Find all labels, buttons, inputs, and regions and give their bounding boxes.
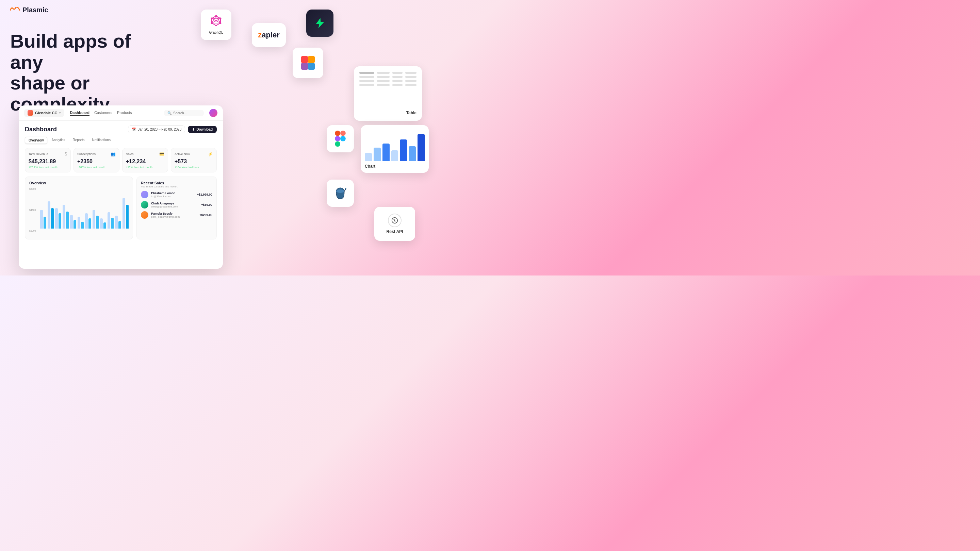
zapier-card: zapier xyxy=(252,23,286,47)
stat-label: Sales xyxy=(126,152,134,156)
dollar-icon: $ xyxy=(65,152,67,156)
date-range-button[interactable]: 📅 Jan 20, 2023 – Feb 09, 2023 xyxy=(128,125,185,133)
graphql-label: GraphQL xyxy=(209,30,223,34)
svg-rect-16 xyxy=(308,63,315,70)
bar xyxy=(73,220,76,229)
calendar-icon: 📅 xyxy=(132,127,136,131)
sales-email: pam_beesly@dmp.com xyxy=(151,215,197,218)
bar-group xyxy=(40,210,46,229)
sales-item: Elizabeth Lemon liz@30rock.com +$1,999.0… xyxy=(141,191,212,198)
svg-rect-14 xyxy=(308,56,315,63)
sales-info: Pamela Beesly pam_beesly@dmp.com xyxy=(151,212,197,218)
table-row xyxy=(360,84,417,86)
chart-bar xyxy=(417,134,425,161)
y-axis: $6000 $4500 $3000 xyxy=(29,188,36,232)
sales-name: Chidi Anagonye xyxy=(151,202,198,205)
sales-name: Elizabeth Lemon xyxy=(151,192,194,195)
nav-link-products[interactable]: Products xyxy=(117,110,132,116)
nav-link-customers[interactable]: Customers xyxy=(94,110,112,116)
chart-bar xyxy=(382,143,390,161)
header: Plasmic xyxy=(10,6,48,14)
bar xyxy=(40,210,43,229)
overview-chart-title: Overview xyxy=(29,181,129,185)
bar xyxy=(85,213,88,229)
postgresql-card xyxy=(327,179,354,207)
bolt-card xyxy=(306,10,334,37)
bar xyxy=(48,202,50,229)
sales-item: Chidi Anagonye chidi@goodplace.com +$39.… xyxy=(141,201,212,208)
bar xyxy=(81,222,84,229)
tab-notifications[interactable]: Notifications xyxy=(89,137,114,144)
table-cell xyxy=(377,76,390,78)
recent-sales-card: Recent Sales You made 52 sales this mont… xyxy=(137,176,217,240)
recent-sales-subtitle: You made 52 sales this month. xyxy=(141,185,212,188)
bar-group xyxy=(115,216,121,229)
graphql-card: GraphQL xyxy=(201,10,231,40)
brand-label: Glendale CC xyxy=(35,111,57,115)
dashboard-card: Glendale CC ▾ Dashboard Customers Produc… xyxy=(19,105,223,269)
avatar[interactable] xyxy=(209,109,218,117)
brand-selector[interactable]: Glendale CC ▾ xyxy=(24,109,64,117)
table-cell xyxy=(377,84,390,86)
rest-api-card: Rest API xyxy=(374,207,415,241)
nav-link-dashboard[interactable]: Dashboard xyxy=(70,110,89,116)
tab-analytics[interactable]: Analytics xyxy=(48,137,68,144)
table-card-label: Table xyxy=(406,111,417,115)
chart-wrapper: $6000 $4500 $3000 xyxy=(29,188,129,232)
table-cell xyxy=(377,80,390,82)
chart-float-card: Chart xyxy=(361,125,429,173)
avatar xyxy=(141,201,148,208)
dashboard-tabs: Overview Analytics Reports Notifications xyxy=(25,137,217,144)
bar xyxy=(115,216,118,229)
search-box[interactable]: 🔍 xyxy=(164,110,204,116)
duplex-icon xyxy=(299,54,317,71)
tab-overview[interactable]: Overview xyxy=(25,137,47,144)
bar-group xyxy=(55,208,61,229)
bar-group xyxy=(48,202,54,229)
search-icon: 🔍 xyxy=(167,111,172,115)
table-cell xyxy=(405,84,417,86)
table-row xyxy=(360,72,417,74)
bar-group xyxy=(100,218,106,229)
table-cell xyxy=(377,72,390,74)
brand-name: Plasmic xyxy=(22,6,48,14)
table-cell xyxy=(360,80,374,82)
table-cell xyxy=(405,76,417,78)
brand-dot xyxy=(27,110,33,116)
activity-icon: ⚡ xyxy=(208,152,213,156)
bar xyxy=(51,208,54,229)
table-row xyxy=(360,80,417,82)
stat-sub: +19% from last month xyxy=(126,166,164,169)
bar xyxy=(55,208,58,229)
stat-card-subscriptions: Subscriptions 👥 +2350 +180% from last mo… xyxy=(73,148,119,172)
download-button[interactable]: ⬇ Download xyxy=(188,126,217,133)
sales-email: liz@30rock.com xyxy=(151,195,194,198)
table-cell xyxy=(392,80,402,82)
stat-label: Subscriptions xyxy=(77,152,95,156)
bar-group xyxy=(92,210,99,229)
stat-sub: +104 since last hour xyxy=(175,166,213,169)
chart-card-label: Chart xyxy=(365,164,375,169)
svg-point-20 xyxy=(340,136,346,141)
table-cell xyxy=(405,80,417,82)
bar xyxy=(100,218,103,229)
stat-card-active: Active Now ⚡ +573 +104 since last hour xyxy=(171,148,217,172)
dashboard-header-row: Dashboard 📅 Jan 20, 2023 – Feb 09, 2023 … xyxy=(25,125,217,133)
svg-rect-13 xyxy=(301,56,308,63)
table-cell xyxy=(392,76,402,78)
stat-value: $45,231.89 xyxy=(29,159,67,165)
avatar xyxy=(141,211,148,219)
recent-sales-title: Recent Sales xyxy=(141,181,212,185)
bar-group xyxy=(78,217,84,229)
sales-email: chidi@goodplace.com xyxy=(151,205,198,208)
bar xyxy=(66,211,69,229)
stat-sub: +23.2% from last month xyxy=(29,166,67,169)
tab-reports[interactable]: Reports xyxy=(69,137,88,144)
stat-value: +12,234 xyxy=(126,159,164,165)
sales-amount: +$1,999.00 xyxy=(197,193,212,196)
sales-info: Elizabeth Lemon liz@30rock.com xyxy=(151,192,194,198)
bar-chart xyxy=(40,188,129,229)
sales-amount: +$299.00 xyxy=(199,213,212,217)
search-input[interactable] xyxy=(173,111,200,115)
bolt-icon xyxy=(314,17,326,29)
